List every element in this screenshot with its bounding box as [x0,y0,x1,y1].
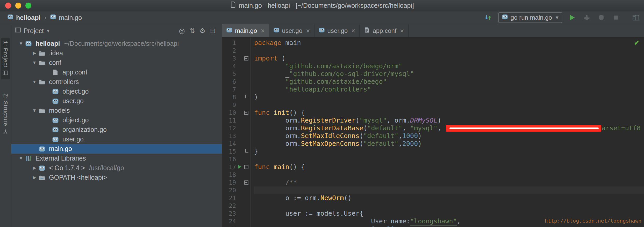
gutter-line-20: 20 [222,186,251,194]
tree-item-user.go[interactable]: user.go [11,134,222,144]
tree-toggle-icon[interactable]: ▼ [30,108,39,113]
close-tab-icon[interactable]: × [306,27,310,35]
editor-gutter[interactable]: 1234567891011121314151617181920212223242… [222,37,251,227]
code-token: "mysql" [359,117,387,124]
tree-item-controllers[interactable]: ▼controllers [11,77,222,87]
close-window-button[interactable] [5,3,11,9]
tree-item-object.go[interactable]: object.go [11,115,222,125]
line-number: 22 [224,202,236,209]
code-line-7: "helloapi/controllers" [254,86,644,93]
code-token: user := models.User{ [254,210,363,217]
gutter-line-14: 14 [222,140,251,148]
collapse-all-icon[interactable]: ⇅ [187,27,197,35]
tab-user.go[interactable]: user.go× [314,24,360,37]
tab-main.go[interactable]: main.go× [222,24,269,37]
run-main-gutter-icon[interactable] [237,164,242,170]
tree-toggle-icon[interactable]: ▶ [30,50,39,56]
run-button[interactable] [568,13,577,22]
gutter-line-18: 18 [222,171,251,179]
settings-gear-icon[interactable]: ⚙ [197,27,208,35]
fold-marker-icon[interactable] [244,111,248,115]
tree-item-models[interactable]: ▼models [11,106,222,115]
minimize-window-button[interactable] [15,3,21,9]
debug-button[interactable] [582,13,591,22]
tree-item-app.conf[interactable]: app.conf [11,67,222,77]
hide-panel-icon[interactable]: ⊟ [208,27,218,35]
zoom-window-button[interactable] [25,3,31,9]
code-token: ( [355,117,359,124]
fold-marker-icon[interactable] [245,95,248,98]
document-icon [230,2,236,9]
restore-layout-button[interactable] [632,13,640,22]
tab-user.go[interactable]: user.go× [269,24,314,37]
close-tab-icon[interactable]: × [261,27,264,35]
code-line-15: } [254,148,644,155]
breadcrumb-item-main.go[interactable]: main.go [50,14,82,21]
toolbutton-z-structure[interactable]: Z: Structure [1,91,10,138]
code-token: ) [418,132,422,140]
tree-item-.idea[interactable]: ▶.idea [11,48,222,58]
line-number: 17 [224,164,236,170]
project-view-chevron-icon[interactable]: ▾ [47,28,50,34]
go-file-icon [52,117,60,124]
tree-item-main.go[interactable]: main.go [11,144,222,154]
config-file-icon [364,27,370,35]
breadcrumb-item-helloapi[interactable]: helloapi [7,14,40,21]
close-tab-icon[interactable]: × [351,27,355,35]
locate-icon[interactable]: ◎ [177,27,187,35]
code-token: () { [289,163,305,171]
tree-item-go-1.7.4[interactable]: ▶< Go 1.7.4 >/usr/local/go [11,163,222,173]
fold-marker-icon[interactable] [244,180,248,185]
code-line-19: /** [254,179,644,186]
code-area[interactable]: package mainimport ( "github.com/astaxie… [251,37,644,227]
fold-marker-icon[interactable] [244,56,248,60]
fold-marker-icon[interactable] [244,165,248,169]
tree-item-external-libraries[interactable]: ▼External Libraries [11,154,222,163]
tree-toggle-icon[interactable]: ▶ [30,165,39,171]
tree-toggle-icon[interactable]: ▼ [30,60,39,65]
tree-item-label: < Go 1.7.4 > [49,164,85,172]
tree-toggle-icon[interactable]: ▼ [30,79,39,85]
line-number: 16 [224,156,236,163]
code-token: "default" [363,140,398,147]
window-title: main.go - helloapi - [~/Documents/go/wor… [239,2,414,9]
line-number: 18 [224,171,236,178]
run-config-combo[interactable]: go run main.go ▾ [498,12,562,23]
code-line-25: Age:29 [254,225,644,227]
code-token: arset=utf8 [602,124,641,132]
code-token: SetMaxIdleConns [301,132,360,140]
code-line-6: "github.com/astaxie/beego" [254,78,644,86]
tree-toggle-icon[interactable]: ▼ [17,41,25,46]
line-number: 19 [224,179,236,186]
line-number: 24 [224,218,236,225]
close-tab-icon[interactable]: × [400,27,404,35]
tree-item-gopath-helloapi[interactable]: ▶GOPATH <helloapi> [11,173,222,182]
tree-item-label: organization.go [62,126,107,133]
fold-marker-icon[interactable] [245,149,248,153]
toolbutton-1-project[interactable]: 1: Project [1,38,10,79]
tree-item-label: GOPATH <helloapi> [49,174,107,181]
inspection-ok-icon[interactable]: ✔ [634,39,640,47]
code-line-20 [254,186,644,194]
tree-item-object.go[interactable]: object.go [11,87,222,96]
coverage-button[interactable] [597,13,606,22]
tab-app.conf[interactable]: app.conf× [360,24,408,37]
go-sdk-icon [39,165,46,171]
breadcrumb-label: main.go [59,14,82,21]
stop-button[interactable] [611,13,620,22]
code-line-5: _"github.com/go-sql-driver/mysql" [254,70,644,78]
folder-icon [39,50,46,57]
gutter-line-8: 8 [222,93,251,101]
tree-item-organization.go[interactable]: organization.go [11,125,222,134]
tree-toggle-icon[interactable]: ▼ [17,156,25,161]
code-token: "github.com/astaxie/beego/orm" [285,62,402,70]
tree-item-conf[interactable]: ▼conf [11,58,222,67]
updates-indicator-icon[interactable] [484,13,492,22]
tree-toggle-icon[interactable]: ▶ [30,175,39,180]
code-token: main [274,163,289,171]
tree-item-user.go[interactable]: user.go [11,96,222,106]
code-token [270,109,274,116]
tree-item-label: models [49,107,70,114]
gutter-line-1: 1 [222,39,251,47]
tree-item-helloapi[interactable]: ▼helloapi~/Documents/go/workspace/src/he… [11,39,222,48]
